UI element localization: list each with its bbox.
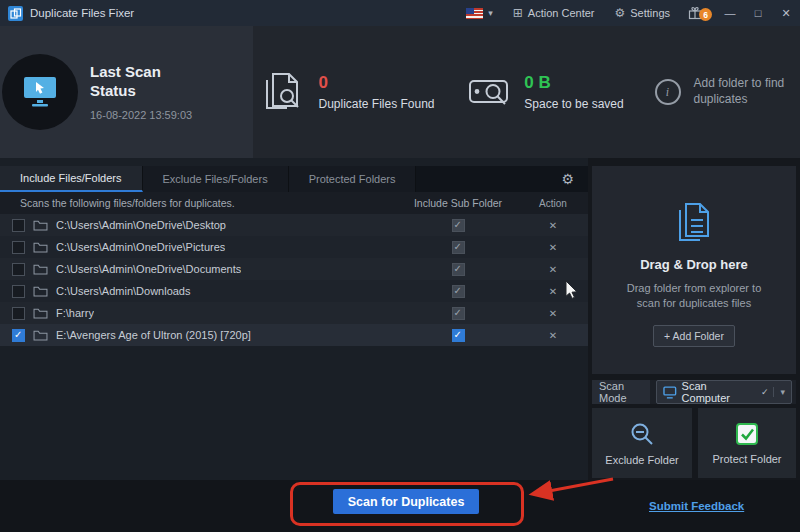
tab-exclude-files[interactable]: Exclude Files/Folders: [143, 166, 289, 192]
row-subfolder-cell: [398, 241, 518, 254]
info-icon: i: [655, 79, 681, 105]
row-subfolder-cell: [398, 263, 518, 276]
row-select-checkbox[interactable]: [12, 219, 25, 232]
row-remove-icon[interactable]: ✕: [518, 286, 588, 297]
computer-icon: [21, 75, 59, 109]
folder-icon: [33, 329, 48, 341]
titlebar-left: Duplicate Files Fixer: [0, 6, 134, 21]
row-remove-icon[interactable]: ✕: [518, 242, 588, 253]
offers-button[interactable]: 6: [680, 6, 716, 20]
row-subfolder-cell: [398, 329, 518, 342]
row-remove-icon[interactable]: ✕: [518, 308, 588, 319]
column-files-label: Scans the following files/folders for du…: [0, 197, 398, 209]
table-row[interactable]: C:\Users\Admin\OneDrive\Pictures ✕: [0, 236, 588, 258]
minimize-button[interactable]: —: [716, 0, 744, 26]
close-button[interactable]: ✕: [772, 0, 800, 26]
drag-drop-zone[interactable]: Drag & Drop here Drag folder from explor…: [592, 166, 796, 374]
duplicates-count: 0: [318, 73, 434, 93]
document-icon: [676, 202, 712, 244]
action-center-icon: ⊞: [513, 7, 523, 19]
add-folder-hint: Add folder to find duplicates: [694, 76, 794, 107]
notification-badge: 6: [699, 8, 712, 21]
row-subfolder-checkbox[interactable]: [452, 307, 465, 320]
row-path: C:\Users\Admin\OneDrive\Pictures: [56, 241, 225, 253]
folder-icon: [33, 219, 48, 231]
tab-include-files[interactable]: Include Files/Folders: [0, 166, 143, 192]
check-icon: ✓: [761, 387, 769, 397]
row-select-checkbox[interactable]: [12, 307, 25, 320]
settings-label: Settings: [630, 7, 670, 19]
row-select-checkbox[interactable]: [12, 285, 25, 298]
space-saved-text: 0 B Space to be saved: [524, 73, 623, 111]
scan-mode-label: Scan Mode: [592, 380, 650, 404]
monitor-icon: [663, 386, 677, 399]
row-select-checkbox[interactable]: [12, 263, 25, 276]
submit-feedback-link[interactable]: Submit Feedback: [649, 500, 744, 512]
titlebar-right: ▾ ⊞ Action Center ⚙ Settings 6: [456, 0, 800, 26]
folder-icon: [33, 263, 48, 275]
row-subfolder-cell: [398, 219, 518, 232]
row-path-cell: C:\Users\Admin\OneDrive\Pictures: [0, 241, 398, 254]
app-window: Duplicate Files Fixer ▾ ⊞ Action Center …: [0, 0, 800, 532]
row-path: C:\Users\Admin\OneDrive\Desktop: [56, 219, 226, 231]
action-center-label: Action Center: [528, 7, 595, 19]
row-path-cell: C:\Users\Admin\OneDrive\Desktop: [0, 219, 398, 232]
table-header: Scans the following files/folders for du…: [0, 192, 588, 214]
green-check-icon: [735, 422, 759, 446]
scan-mode-row: Scan Mode Scan Computer ✓ ▾: [592, 380, 796, 404]
row-subfolder-checkbox[interactable]: [452, 263, 465, 276]
row-path-cell: C:\Users\Admin\OneDrive\Documents: [0, 263, 398, 276]
table-row[interactable]: F:\harry ✕: [0, 302, 588, 324]
protect-folder-button[interactable]: Protect Folder: [698, 408, 796, 478]
scan-for-duplicates-button[interactable]: Scan for Duplicates: [333, 489, 479, 514]
table-row[interactable]: C:\Users\Admin\Downloads ✕: [0, 280, 588, 302]
add-folder-button[interactable]: + Add Folder: [653, 325, 735, 347]
row-select-checkbox[interactable]: [12, 329, 25, 342]
duplicates-label: Duplicate Files Found: [318, 97, 434, 111]
duplicates-found-section: 0 Duplicate Files Found: [253, 26, 443, 158]
chevron-down-icon: ▾: [488, 8, 493, 18]
drag-drop-subtitle: Drag folder from explorer to scan for du…: [614, 281, 774, 311]
folder-icon: [33, 307, 48, 319]
space-value: 0 B: [524, 73, 623, 93]
table-row[interactable]: C:\Users\Admin\OneDrive\Desktop ✕: [0, 214, 588, 236]
row-select-checkbox[interactable]: [12, 241, 25, 254]
scan-mode-dropdown[interactable]: Scan Computer ✓ ▾: [656, 380, 792, 404]
space-label: Space to be saved: [524, 97, 623, 111]
last-scan-timestamp: 16-08-2022 13:59:03: [90, 109, 192, 121]
duplicate-files-icon: [261, 72, 305, 112]
app-title: Duplicate Files Fixer: [30, 7, 134, 19]
app-icon: [8, 6, 23, 21]
last-scan-text: Last Scan Status 16-08-2022 13:59:03: [90, 63, 192, 121]
add-folder-hint-section: i Add folder to find duplicates: [648, 26, 800, 158]
row-remove-icon[interactable]: ✕: [518, 220, 588, 231]
last-scan-section: Last Scan Status 16-08-2022 13:59:03: [0, 26, 253, 158]
drive-search-icon: [467, 72, 511, 112]
row-subfolder-checkbox[interactable]: [452, 285, 465, 298]
language-selector[interactable]: ▾: [456, 8, 503, 19]
last-scan-title: Last Scan Status: [90, 63, 182, 101]
folder-icon: [33, 285, 48, 297]
titlebar: Duplicate Files Fixer ▾ ⊞ Action Center …: [0, 0, 800, 26]
row-path-cell: C:\Users\Admin\Downloads: [0, 285, 398, 298]
maximize-button[interactable]: □: [744, 0, 772, 26]
row-subfolder-checkbox[interactable]: [452, 329, 465, 342]
row-path: C:\Users\Admin\Downloads: [56, 285, 191, 297]
row-path: C:\Users\Admin\OneDrive\Documents: [56, 263, 241, 275]
us-flag-icon: [466, 8, 483, 19]
row-remove-icon[interactable]: ✕: [518, 330, 588, 341]
action-center-button[interactable]: ⊞ Action Center: [503, 7, 605, 19]
column-include-sub-label: Include Sub Folder: [398, 197, 518, 209]
chevron-down-icon: ▾: [773, 387, 785, 397]
row-subfolder-checkbox[interactable]: [452, 241, 465, 254]
row-subfolder-checkbox[interactable]: [452, 219, 465, 232]
row-path: E:\Avengers Age of Ultron (2015) [720p]: [56, 329, 251, 341]
row-remove-icon[interactable]: ✕: [518, 264, 588, 275]
settings-button[interactable]: ⚙ Settings: [604, 7, 680, 19]
exclude-folder-button[interactable]: Exclude Folder: [592, 408, 692, 478]
table-row[interactable]: C:\Users\Admin\OneDrive\Documents ✕: [0, 258, 588, 280]
tab-protected-folders[interactable]: Protected Folders: [289, 166, 417, 192]
column-action-label: Action: [518, 198, 588, 209]
table-row[interactable]: E:\Avengers Age of Ultron (2015) [720p] …: [0, 324, 588, 346]
list-settings-gear-icon[interactable]: ⚙: [547, 171, 588, 187]
